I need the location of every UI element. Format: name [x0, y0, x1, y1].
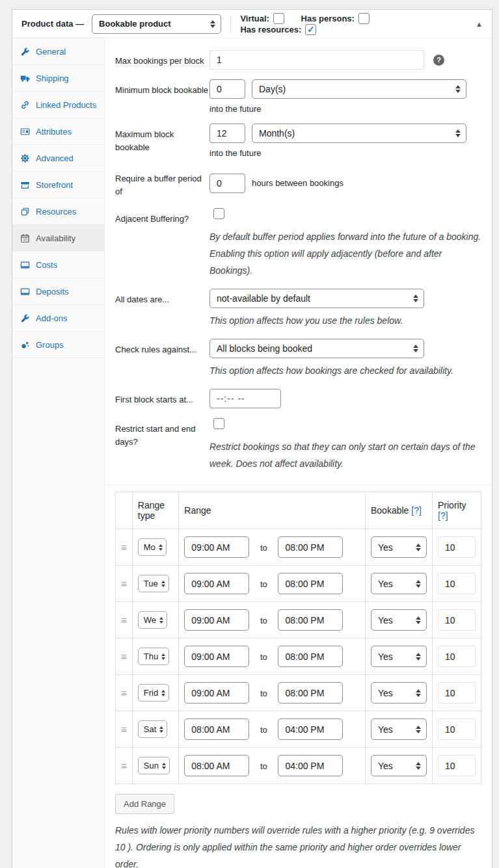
to-label: to	[260, 689, 267, 698]
field-restrict-days: Restrict start and end days? ✓ Restrict …	[115, 418, 481, 472]
toggle-checkbox[interactable]: ✓	[358, 13, 370, 24]
restrict-days-checkbox[interactable]: ✓	[213, 418, 224, 429]
range-from-input[interactable]: 08:00 AM	[184, 755, 249, 776]
field-label: Adjacent Buffering?	[115, 208, 209, 279]
bookable-select[interactable]: Yes	[371, 682, 427, 704]
priority-input[interactable]: 10	[438, 682, 476, 704]
range-from-input[interactable]: 09:00 AM	[184, 536, 249, 558]
min-block-input[interactable]: 0	[209, 79, 245, 99]
to-label: to	[260, 579, 267, 589]
day-value: Thu	[144, 651, 158, 661]
wrench-icon	[20, 313, 30, 323]
bookable-select[interactable]: Yes	[371, 718, 427, 740]
bookable-select[interactable]: Yes	[371, 755, 427, 776]
buffer-input[interactable]: 0	[209, 174, 245, 193]
tab-label: General	[36, 47, 66, 57]
sidebar-tab-shipping[interactable]: Shipping	[12, 65, 104, 92]
availability-rule-row: ≡ Mo 09:00 AM to 08:00 PM Yes 10	[116, 529, 481, 566]
bookable-cell: Yes	[365, 675, 432, 711]
range-from-input[interactable]: 08:00 AM	[184, 718, 249, 740]
priority-input[interactable]: 10	[438, 755, 476, 776]
range-to-input[interactable]: 08:00 PM	[278, 609, 343, 631]
range-to-input[interactable]: 08:00 PM	[278, 573, 343, 594]
drag-handle[interactable]: ≡	[116, 711, 133, 748]
bookable-value: Yes	[378, 651, 393, 662]
max-block-unit-select[interactable]: Month(s)	[252, 124, 466, 143]
help-tip-icon[interactable]: ?	[433, 55, 444, 66]
sidebar-tab-resources[interactable]: Resources	[12, 198, 104, 225]
day-select[interactable]: Sun	[138, 757, 170, 774]
priority-input[interactable]: 10	[438, 646, 476, 667]
sidebar-tab-general[interactable]: General	[12, 38, 104, 65]
priority-help-link[interactable]: [?]	[438, 510, 448, 521]
priority-input[interactable]: 10	[438, 536, 476, 558]
max-block-input[interactable]: 12	[209, 124, 245, 143]
range-from-input[interactable]: 09:00 AM	[184, 682, 249, 704]
sidebar-tab-add-ons[interactable]: Add-ons	[12, 305, 104, 332]
drag-handle[interactable]: ≡	[116, 675, 133, 711]
day-select[interactable]: Frid	[138, 684, 169, 702]
day-value: Frid	[144, 688, 158, 698]
tab-label: Costs	[36, 260, 57, 270]
drag-handle[interactable]: ≡	[116, 748, 133, 784]
range-to-input[interactable]: 08:00 PM	[278, 536, 343, 558]
adjacent-buffering-checkbox[interactable]: ✓	[213, 208, 224, 219]
product-type-toggle: Virtual: ✓	[240, 13, 284, 24]
range-column-header: Range	[179, 492, 366, 529]
drag-handle[interactable]: ≡	[116, 638, 133, 675]
range-to-input[interactable]: 08:00 PM	[278, 646, 343, 667]
toggle-checkbox[interactable]: ✓	[305, 24, 316, 35]
product-type-select[interactable]: Bookable product	[92, 14, 221, 34]
header-divider	[230, 16, 231, 33]
range-from-input[interactable]: 09:00 AM	[184, 646, 249, 667]
select-arrows-icon	[210, 20, 215, 28]
sidebar-tab-attributes[interactable]: Attributes	[12, 118, 104, 145]
toggle-checkbox[interactable]: ✓	[273, 13, 284, 24]
priority-input[interactable]: 10	[438, 573, 476, 594]
day-select[interactable]: Sat	[138, 720, 168, 738]
to-label: to	[260, 761, 267, 771]
bookable-select[interactable]: Yes	[371, 536, 427, 558]
check-rules-select[interactable]: All blocks being booked	[209, 339, 424, 358]
bookable-select[interactable]: Yes	[371, 573, 427, 594]
bookable-cell: Yes	[365, 748, 432, 784]
first-block-time-input[interactable]: --:-- --	[209, 389, 281, 408]
admin-page: Product data — Bookable product Virtual:…	[0, 0, 499, 868]
drag-handle[interactable]: ≡	[116, 602, 133, 638]
field-label: Maximum block bookable	[115, 124, 209, 158]
range-to-input[interactable]: 08:00 PM	[278, 682, 343, 704]
range-from-input[interactable]: 09:00 AM	[184, 609, 249, 631]
sidebar-tab-storefront[interactable]: Storefront	[12, 172, 104, 198]
day-select[interactable]: We	[138, 611, 167, 629]
sidebar-tab-availability[interactable]: Availability	[12, 225, 104, 252]
drag-handle[interactable]: ≡	[116, 566, 133, 602]
drag-handle[interactable]: ≡	[116, 529, 133, 566]
sidebar-tab-costs[interactable]: Costs	[12, 252, 104, 278]
range-from-input[interactable]: 09:00 AM	[184, 573, 249, 594]
sidebar-tab-groups[interactable]: Groups	[12, 332, 104, 358]
bookable-help-link[interactable]: [?]	[411, 505, 422, 516]
sidebar-tab-advanced[interactable]: Advanced	[12, 145, 104, 172]
day-select[interactable]: Mo	[138, 538, 167, 556]
day-select[interactable]: Thu	[138, 648, 169, 665]
priority-input[interactable]: 10	[438, 609, 476, 631]
collapse-panel-icon[interactable]: ▲	[476, 20, 483, 28]
bookable-cell: Yes	[365, 529, 432, 566]
day-select[interactable]: Tue	[138, 575, 169, 592]
product-data-panel: Product data — Bookable product Virtual:…	[12, 9, 492, 868]
to-label: to	[260, 725, 267, 735]
sidebar-tab-linked-products[interactable]: Linked Products	[12, 92, 104, 118]
sidebar-tab-deposits[interactable]: Deposits	[12, 278, 104, 305]
field-all-dates: All dates are... not-available by defaul…	[115, 289, 481, 329]
bookable-value: Yes	[378, 688, 393, 698]
range-to-input[interactable]: 04:00 PM	[278, 755, 343, 776]
bookable-select[interactable]: Yes	[371, 646, 427, 667]
all-dates-select[interactable]: not-available by default	[209, 289, 424, 308]
priority-input[interactable]: 10	[438, 718, 476, 740]
min-block-unit-select[interactable]: Day(s)	[252, 79, 466, 99]
add-range-button[interactable]: Add Range	[115, 794, 174, 814]
max-bookings-input[interactable]: 1	[209, 50, 424, 70]
bookable-select[interactable]: Yes	[371, 609, 427, 631]
range-to-input[interactable]: 04:00 PM	[278, 718, 343, 740]
select-arrows-icon	[161, 653, 165, 660]
